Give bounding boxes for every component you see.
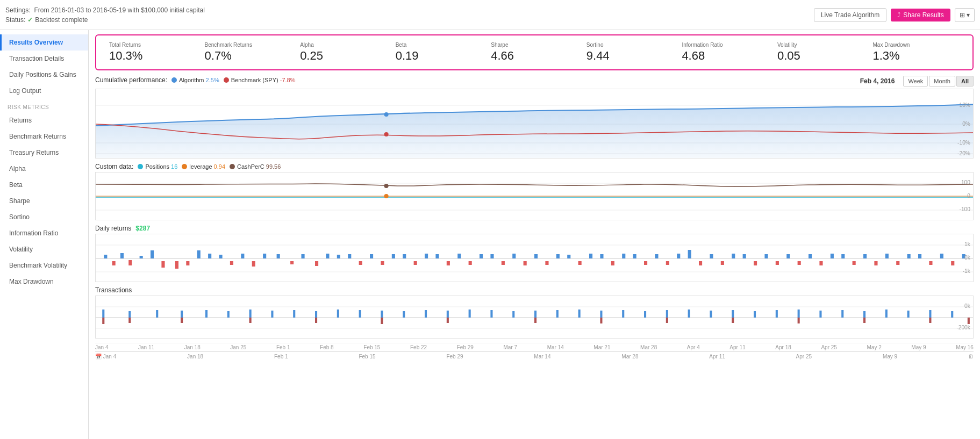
chart-date: Feb 4, 2016	[860, 77, 895, 85]
svg-rect-69	[633, 254, 636, 258]
svg-rect-143	[710, 311, 712, 318]
svg-rect-33	[230, 261, 233, 265]
week-btn[interactable]: Week	[903, 76, 928, 87]
algo-legend-label: Algorithm 2.5%	[179, 77, 219, 83]
svg-rect-146	[754, 311, 756, 318]
svg-rect-45	[370, 254, 373, 258]
svg-rect-49	[414, 261, 417, 265]
month-btn[interactable]: Month	[929, 76, 955, 87]
view-toggle-button[interactable]: ⊞ ▾	[955, 8, 975, 22]
x-date-3: Jan 25	[230, 344, 246, 350]
svg-rect-79	[743, 254, 746, 258]
svg-rect-38	[290, 261, 294, 264]
svg-rect-128	[447, 318, 449, 323]
cumulative-header-label: Cumulative performance:	[95, 76, 167, 84]
svg-rect-136	[600, 311, 602, 318]
algo-legend-dot	[171, 77, 177, 83]
svg-rect-154	[885, 310, 888, 318]
sidebar-item-label: Log Output	[9, 87, 41, 95]
status-label: Status:	[5, 16, 25, 24]
all-btn[interactable]: All	[956, 76, 974, 87]
daily-returns-header: Daily returns $287	[95, 225, 974, 232]
time-buttons: Week Month All	[903, 76, 974, 87]
svg-rect-123	[381, 311, 383, 318]
svg-rect-55	[480, 254, 483, 258]
sidebar-item-daily-positions[interactable]: Daily Positions & Gains	[0, 67, 88, 83]
svg-rect-159	[968, 318, 970, 324]
x-date-12: Mar 28	[640, 344, 657, 350]
top-bar: Settings: From 2016-01-03 to 2016-05-19 …	[0, 0, 980, 30]
live-trade-button[interactable]: Live Trade Algorithm	[814, 8, 886, 22]
share-results-button[interactable]: ⤴ Share Results	[891, 9, 950, 21]
svg-rect-124	[381, 318, 383, 324]
svg-rect-117	[271, 311, 273, 318]
sidebar-item-max-drawdown[interactable]: Max Drawdown	[0, 274, 88, 290]
svg-rect-133	[534, 318, 537, 323]
sidebar-item-sortino[interactable]: Sortino	[0, 209, 88, 225]
svg-rect-64	[578, 261, 582, 265]
svg-rect-29	[186, 261, 189, 265]
svg-rect-114	[227, 311, 230, 318]
svg-point-13	[384, 184, 389, 188]
x-label-apr25: Apr 25	[796, 354, 812, 359]
svg-text:0%: 0%	[962, 121, 970, 127]
sidebar-item-transaction-details[interactable]: Transaction Details	[0, 51, 88, 67]
svg-rect-57	[502, 261, 505, 265]
transactions-section: Transactions	[95, 286, 974, 339]
cumulative-header-row: Cumulative performance: Algorithm 2.5% B…	[95, 76, 974, 87]
custom-data-svg: 100 0 -100	[96, 172, 973, 220]
x-date-1: Jan 11	[138, 344, 154, 350]
custom-data-header: Custom data: Positions 16 leverage 0.94 …	[95, 163, 974, 170]
svg-rect-42	[337, 255, 340, 258]
svg-text:-20%: -20%	[957, 150, 970, 156]
custom-data-section: Custom data: Positions 16 leverage 0.94 …	[95, 163, 974, 220]
x-label-feb29: Feb 29	[446, 354, 463, 359]
share-icon: ⤴	[897, 11, 900, 19]
sidebar-item-sharpe[interactable]: Sharpe	[0, 193, 88, 209]
metric-item-beta: Beta0.19	[391, 40, 487, 65]
daily-returns-section: Daily returns $287	[95, 225, 974, 282]
sidebar-item-returns[interactable]: Returns	[0, 112, 88, 128]
svg-rect-27	[161, 261, 164, 268]
sidebar-item-benchmark-volatility[interactable]: Benchmark Volatility	[0, 257, 88, 274]
svg-rect-153	[863, 318, 865, 323]
svg-point-5	[384, 132, 389, 136]
sidebar-item-results-overview[interactable]: Results Overview	[0, 34, 88, 51]
svg-rect-32	[219, 255, 223, 258]
x-label-jan18: Jan 18	[187, 354, 203, 359]
sidebar-item-treasury-returns[interactable]: Treasury Returns	[0, 145, 88, 161]
svg-rect-70	[644, 261, 647, 265]
svg-rect-95	[918, 254, 921, 258]
positions-dot	[138, 164, 143, 169]
cumulative-performance-section: Cumulative performance: Algorithm 2.5% B…	[95, 76, 974, 159]
positions-label: Positions 16	[145, 163, 177, 170]
svg-rect-131	[512, 311, 514, 318]
x-date-4: Feb 1	[276, 344, 290, 350]
sidebar-item-information-ratio[interactable]: Information Ratio	[0, 225, 88, 241]
metric-item-volatility: Volatility0.05	[773, 40, 869, 65]
svg-rect-43	[348, 254, 351, 258]
sidebar-item-benchmark-returns[interactable]: Benchmark Returns	[0, 128, 88, 145]
sidebar-item-alpha[interactable]: Alpha	[0, 161, 88, 177]
svg-rect-78	[732, 254, 735, 258]
sidebar-item-beta[interactable]: Beta	[0, 177, 88, 193]
svg-text:0k: 0k	[964, 303, 971, 309]
svg-rect-88	[841, 254, 845, 258]
x-date-11: Mar 21	[593, 344, 610, 350]
svg-text:0: 0	[967, 193, 970, 199]
svg-rect-58	[512, 254, 516, 258]
svg-text:-1k: -1k	[963, 268, 971, 274]
svg-rect-94	[907, 254, 911, 258]
svg-rect-89	[853, 261, 856, 265]
cashperc-legend: CashPerC 99.56	[230, 163, 281, 170]
svg-text:-100: -100	[959, 206, 970, 212]
settings-label: Settings:	[5, 6, 31, 14]
x-date-18: May 9	[911, 344, 926, 350]
svg-rect-141	[666, 318, 668, 323]
svg-rect-152	[863, 311, 865, 318]
svg-rect-151	[841, 310, 843, 318]
sidebar-item-volatility[interactable]: Volatility	[0, 241, 88, 257]
sidebar-item-log-output[interactable]: Log Output	[0, 83, 88, 99]
x-date-2: Jan 18	[184, 344, 201, 350]
svg-rect-150	[819, 311, 821, 318]
